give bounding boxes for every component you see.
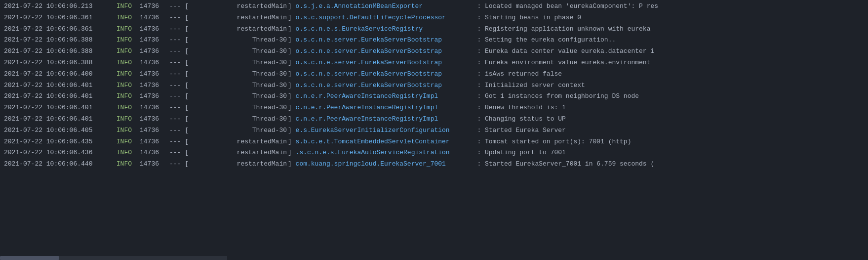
log-message: Renew threshold is: 1 (485, 103, 864, 113)
log-bracket-close: ] (288, 35, 296, 45)
log-logger: o.s.c.n.e.server.EurekaServerBootstrap (296, 81, 473, 91)
log-logger: .s.c.n.e.s.EurekaAutoServiceRegistration (296, 148, 473, 158)
log-thread-id: 14736 (140, 35, 169, 45)
log-bracket-close: ] (288, 81, 296, 91)
log-thread-id: 14736 (140, 46, 169, 57)
log-logger: o.s.c.n.e.server.EurekaServerBootstrap (296, 35, 473, 45)
log-thread: Thread-30 (209, 126, 288, 136)
log-bracket-close: ] (288, 126, 296, 136)
log-message: Started Eureka Server (485, 126, 864, 136)
log-bracket-close: ] (288, 69, 296, 80)
log-thread-id: 14736 (140, 69, 169, 80)
log-logger: c.n.e.r.PeerAwareInstanceRegistryImpl (296, 91, 473, 102)
log-timestamp: 2021-07-22 10:06:06.388 (4, 58, 113, 68)
log-message: Got 1 instances from neighboring DS node (485, 91, 864, 102)
log-thread: restartedMain (209, 1, 288, 12)
log-container[interactable]: 2021-07-22 10:06:06.213 INFO 14736 --- [… (0, 0, 868, 260)
log-message: Located managed bean 'eurekaComponent': … (485, 1, 864, 12)
log-thread-id: 14736 (140, 91, 169, 102)
log-timestamp: 2021-07-22 10:06:06.388 (4, 46, 113, 57)
log-separator: --- [ (169, 35, 209, 45)
log-level: INFO (113, 114, 140, 125)
log-level: INFO (113, 35, 140, 45)
log-message: Setting the eureka configuration.. (485, 35, 864, 45)
log-level: INFO (113, 91, 140, 102)
log-separator: --- [ (169, 81, 209, 91)
log-timestamp: 2021-07-22 10:06:06.361 (4, 24, 113, 35)
log-message: Registering application unknown with eur… (485, 24, 864, 35)
log-logger: o.s.j.e.a.AnnotationMBeanExporter (296, 1, 473, 12)
log-message: Tomcat started on port(s): 7001 (http) (485, 137, 864, 147)
log-level: INFO (113, 46, 140, 57)
log-colon: : (473, 114, 485, 125)
log-separator: --- [ (169, 159, 209, 170)
log-level: INFO (113, 103, 140, 113)
log-row: 2021-07-22 10:06:06.388 INFO 14736 --- [… (0, 35, 868, 46)
log-thread-id: 14736 (140, 1, 169, 12)
log-level: INFO (113, 24, 140, 35)
log-colon: : (473, 46, 485, 57)
log-row: 2021-07-22 10:06:06.361 INFO 14736 --- [… (0, 12, 868, 24)
log-thread: restartedMain (209, 159, 288, 170)
log-colon: : (473, 69, 485, 80)
log-thread-id: 14736 (140, 103, 169, 113)
log-colon: : (473, 91, 485, 102)
log-separator: --- [ (169, 1, 209, 12)
log-thread-id: 14736 (140, 126, 169, 136)
log-colon: : (473, 58, 485, 68)
log-colon: : (473, 1, 485, 12)
log-timestamp: 2021-07-22 10:06:06.401 (4, 81, 113, 91)
log-level: INFO (113, 137, 140, 147)
log-level: INFO (113, 148, 140, 158)
log-level: INFO (113, 58, 140, 68)
log-thread-id: 14736 (140, 13, 169, 23)
log-message: isAws returned false (485, 69, 864, 80)
log-separator: --- [ (169, 69, 209, 80)
log-timestamp: 2021-07-22 10:06:06.440 (4, 159, 113, 170)
log-thread: Thread-30 (209, 58, 288, 68)
log-thread: restartedMain (209, 13, 288, 23)
log-separator: --- [ (169, 148, 209, 158)
log-thread: Thread-30 (209, 35, 288, 45)
log-logger: o.s.c.n.e.server.EurekaServerBootstrap (296, 69, 473, 80)
log-level: INFO (113, 1, 140, 12)
log-colon: : (473, 81, 485, 91)
log-bracket-close: ] (288, 159, 296, 170)
horizontal-scrollbar-thumb[interactable] (0, 256, 59, 260)
log-logger: s.b.c.e.t.TomcatEmbeddedServletContainer (296, 137, 473, 147)
log-colon: : (473, 148, 485, 158)
log-bracket-close: ] (288, 46, 296, 57)
log-row: 2021-07-22 10:06:06.400 INFO 14736 --- [… (0, 69, 868, 80)
log-logger: o.s.c.n.e.server.EurekaServerBootstrap (296, 58, 473, 68)
log-timestamp: 2021-07-22 10:06:06.400 (4, 69, 113, 80)
log-row: 2021-07-22 10:06:06.401 INFO 14736 --- [… (0, 80, 868, 91)
log-message: Updating port to 7001 (485, 148, 864, 158)
log-thread-id: 14736 (140, 81, 169, 91)
log-separator: --- [ (169, 114, 209, 125)
horizontal-scrollbar-track[interactable] (0, 256, 227, 260)
log-thread: Thread-30 (209, 91, 288, 102)
log-timestamp: 2021-07-22 10:06:06.405 (4, 126, 113, 136)
log-separator: --- [ (169, 137, 209, 147)
log-bracket-close: ] (288, 137, 296, 147)
log-message: Eureka data center value eureka.datacent… (485, 46, 864, 57)
log-bracket-close: ] (288, 58, 296, 68)
log-row: 2021-07-22 10:06:06.436 INFO 14736 --- [… (0, 147, 868, 159)
log-timestamp: 2021-07-22 10:06:06.361 (4, 13, 113, 23)
log-separator: --- [ (169, 58, 209, 68)
log-thread: Thread-30 (209, 103, 288, 113)
log-row: 2021-07-22 10:06:06.401 INFO 14736 --- [… (0, 114, 868, 125)
log-thread: restartedMain (209, 137, 288, 147)
log-message: Eureka environment value eureka.environm… (485, 58, 864, 68)
log-timestamp: 2021-07-22 10:06:06.401 (4, 103, 113, 113)
log-separator: --- [ (169, 91, 209, 102)
log-colon: : (473, 137, 485, 147)
log-timestamp: 2021-07-22 10:06:06.401 (4, 91, 113, 102)
log-thread-id: 14736 (140, 114, 169, 125)
log-logger: c.n.e.r.PeerAwareInstanceRegistryImpl (296, 114, 473, 125)
log-separator: --- [ (169, 103, 209, 113)
log-timestamp: 2021-07-22 10:06:06.401 (4, 114, 113, 125)
log-thread-id: 14736 (140, 148, 169, 158)
log-row: 2021-07-22 10:06:06.388 INFO 14736 --- [… (0, 57, 868, 69)
log-bracket-close: ] (288, 103, 296, 113)
